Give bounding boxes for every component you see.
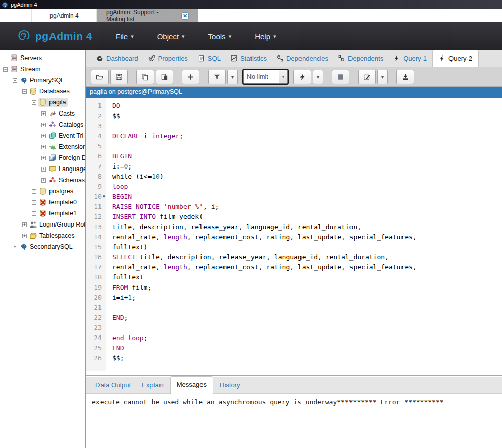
code-line[interactable]: 15fulltext) [86,242,502,252]
execute-button[interactable] [293,70,311,84]
paste-button[interactable] [156,70,173,84]
expand-toggle[interactable]: + [41,111,46,116]
tree-item-event-tri[interactable]: +Event Tri [0,130,85,141]
expand-toggle[interactable]: + [41,145,46,149]
expand-toggle[interactable]: + [22,222,27,227]
code-line[interactable]: 5 [86,141,502,151]
code-line[interactable]: 13title, description, release_year, lang… [86,222,502,232]
expand-toggle[interactable]: + [13,245,17,249]
add-button[interactable] [182,70,199,84]
tree-item-login-group-rol[interactable]: +Login/Group Rol [0,219,85,230]
collapse-toggle[interactable]: − [22,89,27,94]
expand-toggle[interactable]: + [41,134,46,138]
fold-marker-icon[interactable]: ▼ [103,192,105,202]
tab-statistics[interactable]: Statistics [226,50,271,67]
menu-tools[interactable]: Tools [208,32,232,41]
browser-tab-pgadmin[interactable]: pgAdmin 4 [31,9,97,22]
row-limit-select[interactable]: No limit [243,70,288,84]
menu-help[interactable]: Help [255,32,276,41]
browser-tab-support-mailing-list[interactable]: pgAdmin: Support - Mailing list [97,9,198,22]
code-line[interactable]: 4DECLARE i integer; [86,131,502,141]
tree-item-databases[interactable]: −Databases [0,86,85,97]
execute-options-button[interactable] [313,70,323,84]
save-button[interactable] [110,70,128,84]
close-icon[interactable] [181,12,189,20]
code-line[interactable]: 24end loop; [86,333,502,343]
output-tab-data-output[interactable]: Data Output [91,378,135,393]
edit-options-button[interactable] [377,70,388,84]
tree-item-foreign-d[interactable]: +Foreign D [0,152,85,163]
download-button[interactable] [396,70,414,84]
code-line[interactable]: 14rental_rate, length, replacement_cost,… [86,232,502,242]
code-line[interactable]: 26$$; [86,353,502,363]
tree-item-secondarysql[interactable]: +SecondarySQL [0,241,85,252]
line-number: 11 [86,202,106,212]
code-line[interactable]: 3 [86,121,502,131]
edit-button[interactable] [358,70,376,84]
tab-sql[interactable]: SQL [193,50,225,67]
expand-toggle[interactable]: + [41,167,46,172]
tab-dependents[interactable]: Dependents [334,50,388,67]
expand-toggle[interactable]: + [41,156,46,160]
code-line[interactable]: 6BEGIN [86,151,502,161]
tab-query-2[interactable]: Query-2 [432,50,479,67]
copy-button[interactable] [136,70,154,84]
expand-toggle[interactable]: + [41,123,46,127]
code-line[interactable]: 18fulltext [86,272,502,283]
tab-query-1[interactable]: Query-1 [389,50,431,67]
collapse-toggle[interactable]: − [3,67,8,72]
filter-button[interactable] [208,70,226,84]
code-line[interactable]: 1DO [86,101,502,111]
expand-toggle[interactable]: + [32,200,36,205]
code-line[interactable]: 20i=i+1; [86,293,502,303]
paste-icon [161,73,168,81]
expand-toggle[interactable]: + [32,211,36,216]
code-line[interactable]: 11RAISE NOTICE 'number %', i; [86,202,502,212]
code-line[interactable]: 7i:=0; [86,161,502,172]
tab-dashboard[interactable]: Dashboard [92,50,143,67]
code-line[interactable]: 17rental_rate, length, replacement_cost,… [86,262,502,272]
menu-file[interactable]: File [116,32,134,41]
collapse-toggle[interactable]: − [32,100,36,105]
stop-button[interactable] [332,70,349,84]
tree-item-template1[interactable]: +template1 [0,208,85,219]
tree-item-primarysql[interactable]: −PrimarySQL [0,75,85,86]
expand-toggle[interactable]: + [22,234,27,238]
tree-item-language[interactable]: +Language [0,163,85,175]
tree-item-pagila[interactable]: −pagila [0,97,85,108]
code-line[interactable]: 16SELECT title, description, release_yea… [86,252,502,262]
output-tab-explain[interactable]: Explain [137,378,168,393]
tree-item-servers[interactable]: Servers [0,52,85,64]
open-file-button[interactable] [91,70,109,84]
code-line[interactable]: 9loop [86,182,502,192]
tab-dependencies[interactable]: Dependencies [272,50,333,67]
code-line[interactable]: 10▼BEGIN [86,192,502,202]
code-line[interactable]: 19FROM film; [86,283,502,293]
code-line[interactable]: 2$$ [86,111,502,121]
tree-item-template0[interactable]: +template0 [0,197,85,208]
code-line[interactable]: 8while (i<=10) [86,172,502,182]
tree-item-tablespaces[interactable]: +Tablespaces [0,230,85,241]
tree-item-postgres[interactable]: +postgres [0,186,85,197]
tree-item-label: PrimarySQL [30,77,64,84]
tree-item-extension[interactable]: +Extension [0,141,85,152]
tree-item-schemas[interactable]: +Schemas [0,175,85,186]
output-tab-messages[interactable]: Messages [170,376,213,394]
chevron-down-icon[interactable] [279,70,287,83]
filter-options-button[interactable] [227,70,238,84]
code-line[interactable]: 22END; [86,313,502,323]
tree-item-casts[interactable]: +Casts [0,108,85,119]
code-line[interactable]: 12INSERT INTO film_yedek( [86,212,502,222]
tree-item-catalogs[interactable]: +Catalogs [0,119,85,130]
collapse-toggle[interactable]: − [13,78,17,83]
expand-toggle[interactable]: + [41,178,46,183]
code-line[interactable]: 25END [86,343,502,353]
output-tab-history[interactable]: History [215,378,244,393]
tree-item-stream[interactable]: −Stream [0,64,85,75]
sql-editor[interactable]: 1DO2$$34DECLARE i integer;56BEGIN7i:=0;8… [86,98,502,375]
tab-properties[interactable]: Properties [144,50,192,67]
code-line[interactable]: 21 [86,303,502,313]
expand-toggle[interactable]: + [32,189,36,194]
menu-object[interactable]: Object [157,32,185,41]
code-line[interactable]: 23 [86,323,502,333]
